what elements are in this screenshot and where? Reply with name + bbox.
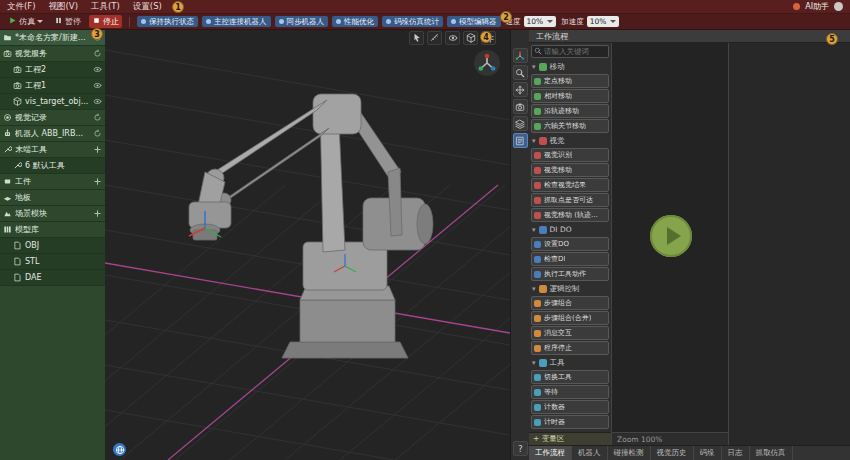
refresh-button[interactable] [93,49,102,58]
workflow-item[interactable]: 相对移动 [531,89,609,103]
eye-button[interactable] [93,97,102,106]
refresh-button[interactable] [93,113,102,122]
workflow-group-header[interactable]: ▾逻辑控制 [529,282,611,295]
menu-item[interactable]: 视图(V) [49,1,78,13]
workflow-item[interactable]: 切换工具 [531,370,609,384]
tree-row[interactable]: STL [0,254,105,270]
workflow-group-header[interactable]: ▾DI DO [529,223,611,236]
workflow-item[interactable]: 视觉识别 [531,148,609,162]
tree-row[interactable]: *未命名方案/新建工... [0,30,105,46]
workflow-group-header[interactable]: ▾移动 [529,60,611,73]
help-button[interactable]: ? [513,441,528,456]
tree-row[interactable]: DAE [0,270,105,286]
workflow-item[interactable]: 等待 [531,385,609,399]
speed-dropdown[interactable]: 10% [524,16,557,27]
menu-item[interactable]: 设置(S) [133,1,162,13]
eye-button[interactable] [93,65,102,74]
eye-button[interactable] [93,81,102,90]
workflow-item[interactable]: 抓取点是否可达 [531,193,609,207]
tree-row[interactable]: 视觉服务 [0,46,105,62]
tab-5[interactable]: 码垛 [694,446,722,460]
plus-button[interactable] [93,209,102,218]
tree-row[interactable]: 场景模块 [0,206,105,222]
accel-dropdown[interactable]: 10% [587,16,620,27]
toolbar-toggle[interactable]: 同步机器人 [275,16,329,27]
simulate-button[interactable]: 仿真 [5,15,46,28]
workflow-item-label: 六轴关节移动 [544,121,586,131]
search-icon [534,47,542,55]
menu-item[interactable]: 工具(T) [91,1,120,13]
workflow-item[interactable]: 沿轨迹移动 [531,104,609,118]
toolbar-toggle[interactable]: 模型编辑器 [447,16,501,27]
properties-panel [728,43,850,445]
tree-row[interactable]: 工程2 [0,62,105,78]
tree-row[interactable]: 工件 [0,174,105,190]
workflow-item[interactable]: 计时器 [531,415,609,429]
tree-row[interactable]: 工程1 [0,78,105,94]
tab-3[interactable]: 碰撞检测 [608,446,651,460]
workflow-item[interactable]: 计数器 [531,400,609,414]
strip-tool-panel[interactable] [513,133,528,148]
language-globe-button[interactable] [113,443,126,456]
viewport-tool-cube[interactable] [463,31,478,45]
tab-7[interactable]: 抓取仿真 [750,446,793,460]
orientation-gizmo[interactable] [474,50,500,76]
workflow-group-header[interactable]: ▾工具 [529,356,611,369]
strip-tool-zoom[interactable] [513,65,528,80]
search-input[interactable] [544,47,606,56]
refresh-button[interactable] [93,129,102,138]
workflow-item[interactable]: 六轴关节移动 [531,119,609,133]
tree-row[interactable]: vis_target_obj... [0,94,105,110]
workflow-item[interactable]: 检查视觉结果 [531,178,609,192]
workflow-item[interactable]: 视觉移动 [531,163,609,177]
flow-canvas[interactable] [612,43,728,432]
3d-scene[interactable] [105,30,510,460]
tab-2[interactable]: 机器人 [572,446,608,460]
workflow-item[interactable]: 定点移动 [531,74,609,88]
menu-item[interactable]: 文件(F) [7,1,36,13]
viewport-tool-pointer[interactable] [409,31,424,45]
stop-button[interactable]: 停止 [89,15,122,28]
workflow-item[interactable]: 视觉移动 (轨迹... [531,208,609,222]
viewport-tool-eye[interactable] [445,31,460,45]
workflow-item-icon [534,123,541,130]
workflow-item[interactable]: 程序停止 [531,341,609,355]
workflow-group-header[interactable]: ▾视觉 [529,134,611,147]
tab-1[interactable]: 工作流程 [529,446,572,460]
toolbar-toggle[interactable]: 性能优化 [332,16,378,27]
layers-icon [515,119,525,129]
tree-row[interactable]: 地板 [0,190,105,206]
variables-bar[interactable]: + 变量区 [529,432,611,445]
strip-tool-layers[interactable] [513,116,528,131]
workflow-item[interactable]: 设置DO [531,237,609,251]
toolbar-toggle[interactable]: 码垛仿真统计 [382,16,443,27]
workflow-item[interactable]: 执行工具动作 [531,267,609,281]
toggle-knob-icon [451,19,456,24]
plus-button[interactable] [93,177,102,186]
user-avatar[interactable] [834,2,843,11]
tree-row[interactable]: OBJ [0,238,105,254]
workflow-item[interactable]: 步骤组合 [531,296,609,310]
tab-6[interactable]: 日志 [722,446,750,460]
ai-assistant-button[interactable]: AI助手 [805,1,829,12]
tab-4[interactable]: 视觉历史 [651,446,694,460]
workflow-item[interactable]: 检查DI [531,252,609,266]
tree-row[interactable]: 6 默认工具 [0,158,105,174]
strip-tool-gizmo[interactable] [513,48,528,63]
tree-row[interactable]: 末端工具 [0,142,105,158]
toolbar-toggle[interactable]: 主控连接机器人 [202,16,271,27]
strip-tool-pan[interactable] [513,82,528,97]
tree-row[interactable]: 机器人 ABB_IRB... [0,126,105,142]
tree-row[interactable]: 视觉记录 [0,110,105,126]
toolbar-toggle[interactable]: 保持执行状态 [137,16,198,27]
pause-button[interactable]: 暂停 [51,15,84,28]
tree-row-label: OBJ [25,241,102,250]
workflow-item[interactable]: 消息交互 [531,326,609,340]
strip-tool-camera[interactable] [513,99,528,114]
viewport-3d[interactable] [105,30,510,460]
workflow-item[interactable]: 步骤组合(合并) [531,311,609,325]
plus-button[interactable] [93,145,102,154]
tree-row[interactable]: 模型库 [0,222,105,238]
start-node[interactable] [650,215,692,257]
viewport-tool-measure[interactable] [427,31,442,45]
